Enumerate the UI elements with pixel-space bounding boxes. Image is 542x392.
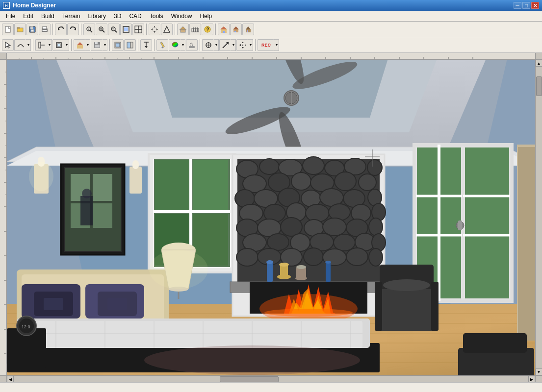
zoom-out-button[interactable]	[108, 24, 120, 35]
menu-window[interactable]: Window	[167, 11, 196, 21]
move-dropdown-arrow[interactable]: ▾	[248, 39, 253, 51]
arrow-button[interactable]	[219, 39, 231, 51]
select2-dropdown-arrow[interactable]: ▾	[214, 39, 219, 51]
svg-rect-258	[431, 282, 439, 331]
rec-dropdown-arrow[interactable]: ▾	[274, 39, 279, 51]
svg-line-12	[90, 30, 92, 32]
fence-button[interactable]	[189, 24, 201, 35]
select-button[interactable]	[2, 39, 14, 51]
pan-button[interactable]	[149, 24, 160, 35]
roof-button[interactable]	[177, 24, 189, 35]
house2-button[interactable]	[230, 24, 242, 35]
arrow-dropdown-arrow[interactable]: ▾	[231, 39, 236, 51]
zoom-100-button[interactable]	[132, 24, 144, 35]
arc-dropdown-arrow[interactable]: ▾	[26, 39, 31, 51]
svg-rect-254	[518, 147, 535, 341]
scroll-left-button[interactable]: ◀	[7, 376, 14, 383]
app-title: Home Designer	[13, 2, 56, 9]
house3-button[interactable]	[242, 24, 254, 35]
svg-marker-80	[242, 42, 244, 43]
menu-cad[interactable]: CAD	[125, 11, 145, 21]
box-button[interactable]	[52, 39, 64, 51]
redo-button[interactable]	[67, 24, 79, 35]
svg-point-211	[369, 218, 383, 236]
svg-point-155	[29, 162, 53, 191]
maximize-button[interactable]: □	[522, 2, 530, 9]
svg-point-179	[259, 159, 279, 174]
menu-build[interactable]: Build	[37, 11, 58, 21]
svg-marker-82	[239, 44, 241, 46]
sep2	[81, 24, 81, 35]
undo-button[interactable]	[55, 24, 67, 35]
open-button[interactable]	[14, 24, 26, 35]
shape-button[interactable]	[112, 39, 124, 51]
scroll-thumb-right[interactable]	[536, 76, 542, 96]
transfer-button[interactable]	[140, 39, 152, 51]
menu-edit[interactable]: Edit	[19, 11, 37, 21]
save-button[interactable]	[26, 24, 38, 35]
svg-rect-4	[30, 26, 33, 29]
scrollbar-right[interactable]: ▲ ▼	[535, 60, 542, 375]
arc-dropdown[interactable]: ▾	[14, 39, 31, 51]
zoom-in-button[interactable]	[96, 24, 107, 35]
svg-marker-28	[154, 31, 155, 33]
svg-point-187	[291, 172, 311, 190]
menu-help[interactable]: Help	[196, 11, 216, 21]
rec-button[interactable]: REC	[258, 39, 274, 51]
zoom-fit-button[interactable]	[120, 24, 132, 35]
house-button[interactable]	[218, 24, 230, 35]
sep5	[215, 24, 216, 35]
box-dropdown[interactable]: ▾	[52, 39, 69, 51]
color-dropdown-arrow[interactable]: ▾	[181, 39, 185, 51]
menu-terrain[interactable]: Terrain	[58, 11, 84, 21]
arc-button[interactable]	[14, 39, 26, 51]
menu-3d[interactable]: 3D	[110, 11, 125, 21]
new-button[interactable]	[2, 24, 14, 35]
spray-button[interactable]	[186, 39, 198, 51]
line-dropdown-arrow[interactable]: ▾	[47, 39, 52, 51]
house-tool-dropdown-arrow[interactable]: ▾	[85, 39, 90, 51]
print-button[interactable]	[39, 24, 51, 35]
arrow-dropdown[interactable]: ▾	[219, 39, 236, 51]
save-tool-dropdown[interactable]: ▾	[91, 39, 107, 51]
box-dropdown-arrow[interactable]: ▾	[64, 39, 69, 51]
line-dropdown[interactable]: ▾	[35, 39, 52, 51]
scroll-track-right[interactable]	[536, 67, 542, 368]
sep4	[175, 24, 175, 35]
shape2-button[interactable]	[124, 39, 136, 51]
menu-library[interactable]: Library	[84, 11, 110, 21]
help-button[interactable]: ?	[202, 24, 213, 35]
pencil-button[interactable]	[156, 39, 168, 51]
menu-file[interactable]: File	[2, 11, 19, 21]
canvas-area[interactable]: 12:0	[7, 60, 535, 375]
svg-point-225	[369, 248, 383, 266]
close-button[interactable]: ✕	[531, 2, 539, 9]
save-tool-dropdown-arrow[interactable]: ▾	[103, 39, 107, 51]
move-dropdown[interactable]: ▾	[236, 39, 253, 51]
house-tool-button[interactable]	[74, 39, 85, 51]
color-button[interactable]	[169, 39, 181, 51]
scroll-up-button[interactable]: ▲	[536, 60, 542, 67]
save-tool-button[interactable]	[91, 39, 103, 51]
rec-dropdown[interactable]: REC ▾	[258, 39, 279, 51]
color-dropdown[interactable]: ▾	[169, 39, 185, 51]
svg-text:12:0: 12:0	[22, 324, 30, 329]
svg-rect-227	[267, 262, 273, 282]
scroll-right-button[interactable]: ▶	[528, 376, 535, 383]
scroll-down-button[interactable]: ▼	[536, 368, 542, 375]
scroll-thumb-bottom[interactable]	[220, 376, 279, 382]
svg-rect-169	[155, 160, 190, 212]
select2-dropdown[interactable]: ▾	[202, 39, 219, 51]
zoom-window-button[interactable]: +	[83, 24, 95, 35]
select2-button[interactable]	[202, 39, 214, 51]
menu-tools[interactable]: Tools	[146, 11, 167, 21]
svg-text:?: ?	[206, 27, 209, 32]
svg-point-72	[190, 45, 191, 46]
house-tool-dropdown[interactable]: ▾	[74, 39, 90, 51]
scroll-track-bottom[interactable]	[14, 376, 528, 382]
move-button[interactable]	[236, 39, 248, 51]
line-button[interactable]	[35, 39, 47, 51]
svg-marker-65	[145, 46, 148, 48]
arrow-up-button[interactable]	[161, 24, 173, 35]
minimize-button[interactable]: ─	[514, 2, 521, 9]
